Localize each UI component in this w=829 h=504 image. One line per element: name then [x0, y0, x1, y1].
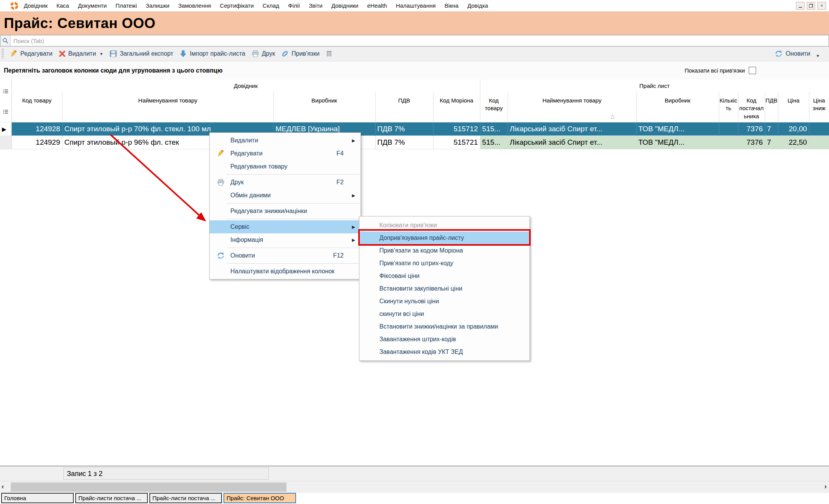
columns-button[interactable] [323, 49, 336, 59]
col-header-vyrobnyk-2[interactable]: Виробник [636, 92, 719, 122]
import-button[interactable]: Імпорт прайс-листа [176, 48, 248, 59]
ctx-item-onovyty[interactable]: Оновити F12 [210, 249, 361, 262]
export-button[interactable]: Загальний експорт [106, 48, 176, 59]
menu-dokumenty[interactable]: Документи [78, 2, 107, 9]
scrollbar-thumb[interactable] [11, 483, 286, 492]
cell[interactable] [719, 136, 738, 149]
group-header-price-list[interactable]: Прайс лист [480, 79, 829, 92]
menu-platezhi[interactable]: Платежі [116, 2, 137, 9]
close-button[interactable]: × [817, 2, 826, 10]
ctx-item-redahuvannia-tovaru[interactable]: Редагування товару [210, 160, 361, 173]
ctx-item-servis[interactable]: Сервіс ▶ [210, 220, 361, 233]
cell[interactable]: 7376 [738, 122, 765, 136]
menu-dovidka[interactable]: Довідка [467, 2, 488, 9]
col-header-tsina[interactable]: Ціна [778, 92, 809, 122]
tab-price-sevytan-active[interactable]: Прайс: Севитан ООО [223, 493, 296, 503]
cell[interactable]: ТОВ "МЕДЛ... [636, 136, 719, 149]
cell[interactable]: 20,00 [778, 122, 809, 136]
menu-ehealth[interactable]: eHealth [367, 2, 387, 9]
menu-dovidnyk[interactable]: Довідник [24, 2, 48, 9]
export-button-label: Загальний експорт [120, 50, 173, 57]
group-header-dovidnyk[interactable]: Довідник [12, 79, 480, 92]
sub-item-dopryviazuvannia[interactable]: Доприв'язування прайс-листу [359, 231, 530, 244]
col-header-kod-moriona[interactable]: Код Моріона [433, 92, 480, 122]
scroll-left-icon[interactable]: ‹ [2, 482, 4, 491]
tab-price-lists-1[interactable]: Прайс-листи постача ... [75, 493, 148, 503]
menu-sklad[interactable]: Склад [263, 2, 279, 9]
print-button[interactable]: Друк [248, 48, 278, 59]
menu-zvity[interactable]: Звіти [309, 2, 323, 9]
menu-zalyshky[interactable]: Залишки [146, 2, 170, 9]
col-header-kilkist[interactable]: Кількість [719, 92, 738, 122]
col-header-kod-tovaru[interactable]: Код товару [12, 92, 62, 122]
cell[interactable]: 7 [765, 136, 778, 149]
cell[interactable]: 515721 [433, 136, 480, 149]
sub-item-skynuty-nulovi[interactable]: Скинути нульові ціни [359, 295, 530, 307]
links-button[interactable]: Прив'язки [278, 48, 323, 59]
cell[interactable]: ПДВ 7% [375, 122, 433, 136]
menu-dovidnyky[interactable]: Довідники [331, 2, 358, 9]
sub-item-fiksovani-tsiny[interactable]: Фіксовані ціни [359, 269, 530, 282]
col-header-pdv[interactable]: ПДВ [375, 92, 433, 122]
ctx-item-informatsiia[interactable]: Інформація ▶ [210, 233, 361, 246]
menu-nalashtuvannia[interactable]: Налаштування [396, 2, 436, 9]
ctx-item-obmin-danymy[interactable]: Обмін даними ▶ [210, 189, 361, 202]
cell[interactable]: 7376 [738, 136, 765, 149]
cell[interactable]: 124929 [12, 136, 62, 149]
menu-filii[interactable]: Філії [288, 2, 300, 9]
cell[interactable] [809, 136, 829, 149]
cell[interactable]: 515... [480, 122, 508, 136]
cell[interactable]: ТОВ "МЕДЛ... [636, 122, 719, 136]
toolbar-drag-handle[interactable] [2, 49, 4, 59]
refresh-button-label: Оновити [786, 50, 810, 57]
cell[interactable]: 515... [480, 136, 508, 149]
cell[interactable]: Лікарський засіб Спирт ет... [508, 122, 636, 136]
menu-zamovlennia[interactable]: Замовлення [178, 2, 211, 9]
menu-sertyfikaty[interactable]: Сертифікати [220, 2, 254, 9]
ctx-item-redahuvaty[interactable]: Редагувати F4 [210, 147, 361, 160]
cell[interactable]: 7 [765, 122, 778, 136]
refresh-button[interactable]: Оновити [771, 48, 813, 59]
col-header-vyrobnyk[interactable]: Виробник [273, 92, 375, 122]
ctx-item-znyzhky-natsinky[interactable]: Редагувати знижки/націнки [210, 205, 361, 218]
table-row[interactable]: 124929 Спирт этиловый р-р 96% фл. стек П… [0, 136, 829, 149]
ctx-item-nalashtuvaty-kolonky[interactable]: Налаштувати відображення колонок [210, 265, 361, 278]
cell[interactable]: Лікарський засіб Спирт ет... [508, 136, 636, 149]
sub-item-zakupivelni-tsiny[interactable]: Встановити закупівельні ціни [359, 282, 530, 295]
sub-item-zavantazhennia-shtrykh[interactable]: Завантаження штрих-кодів [359, 333, 530, 345]
col-header-pdv-2[interactable]: ПДВ [765, 92, 778, 122]
col-header-naimenuvannia-2[interactable]: Найменування товару△ [508, 92, 636, 122]
cell[interactable]: 515712 [433, 122, 480, 136]
edit-button[interactable]: Редагувати [7, 48, 56, 59]
tab-price-lists-2[interactable]: Прайс-листи постача ... [149, 493, 222, 503]
ctx-item-vydalyty[interactable]: Видалити ▶ [210, 134, 361, 147]
cell[interactable]: ПДВ 7% [375, 136, 433, 149]
tab-holovna[interactable]: Головна [1, 493, 74, 503]
ctx-item-druk[interactable]: Друк F2 [210, 176, 361, 189]
cell[interactable]: 22,50 [778, 136, 809, 149]
menu-vikna[interactable]: Вікна [445, 2, 459, 9]
col-header-kod-tovaru-2[interactable]: Код товару [480, 92, 508, 122]
table-row-selected[interactable]: ▶ 124928 Спирт этиловый р-р 70% фл. стек… [0, 122, 829, 136]
minimize-button[interactable] [796, 2, 804, 10]
sub-item-po-shtrykh-kodu[interactable]: Прив'язати по штрих-коду [359, 257, 530, 269]
col-header-naimenuvannia[interactable]: Найменування товару [62, 92, 273, 122]
sub-item-zavantazhennia-ukt-zed[interactable]: Завантаження кодів УКТ ЗЕД [359, 345, 530, 358]
cell[interactable] [719, 122, 738, 136]
show-all-links-checkbox[interactable] [749, 67, 756, 74]
cell[interactable]: 124928 [12, 122, 62, 136]
search-input[interactable] [10, 35, 829, 46]
delete-button[interactable]: Видалити ▼ [56, 49, 106, 59]
sub-item-za-kodom-moriona[interactable]: Прив'язати за кодом Моріона [359, 244, 530, 257]
col-header-kod-postachalnyka[interactable]: Код постачальника [738, 92, 765, 122]
refresh-dropdown-icon[interactable]: ▼ [816, 54, 820, 58]
col-header-tsina-znyzh[interactable]: Ціна зниж [809, 92, 829, 122]
horizontal-scrollbar[interactable]: ‹ › [0, 481, 829, 493]
grid-corner-gutter[interactable] [0, 79, 12, 122]
menu-kasa[interactable]: Каса [56, 2, 69, 9]
restore-button[interactable] [807, 2, 815, 10]
cell[interactable] [809, 122, 829, 136]
sub-item-skynuty-vsi[interactable]: скинути всі ціни [359, 307, 530, 320]
scroll-right-icon[interactable]: › [824, 482, 827, 491]
sub-item-znyzhky-za-pravylamy[interactable]: Встановити знижки/націнки за правилами [359, 320, 530, 333]
